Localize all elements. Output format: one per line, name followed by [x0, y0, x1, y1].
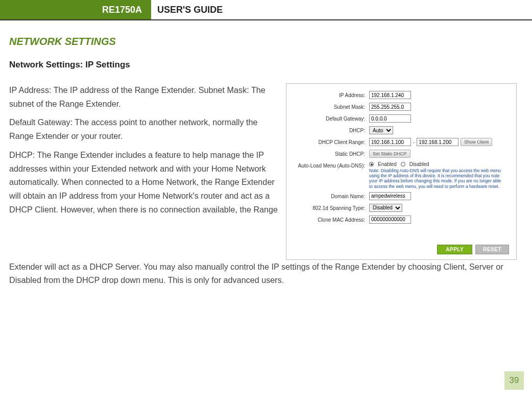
- ip-address-input[interactable]: [369, 91, 411, 99]
- spanning-type-select[interactable]: Disabled: [369, 204, 402, 212]
- paragraph-dhcp-a: DHCP: The Range Extender includes a feat…: [9, 148, 279, 217]
- paragraph-dhcp-b: Extender will act as a DHCP Server. You …: [9, 260, 517, 287]
- reset-button[interactable]: RESET: [475, 245, 509, 254]
- subsection-title: Network Settings: IP Settings: [9, 60, 517, 70]
- spanning-type-label: 802.1d Spanning Type:: [294, 204, 369, 212]
- apply-button[interactable]: APPLY: [437, 245, 472, 254]
- set-static-dhcp-button[interactable]: Set Static DHCP: [369, 150, 410, 158]
- domain-name-label: Domain Name:: [294, 192, 369, 201]
- dhcp-range-label: DHCP Client Range:: [294, 138, 369, 147]
- settings-screenshot: IP Address: Subnet Mask: Default Gateway…: [286, 83, 517, 260]
- clone-mac-input[interactable]: [369, 216, 411, 224]
- section-title: NETWORK SETTINGS: [9, 36, 517, 47]
- autodns-enabled-label: Enabled: [378, 161, 397, 167]
- dhcp-range-separator: -: [413, 139, 415, 145]
- page-number: 39: [504, 371, 524, 390]
- domain-name-input[interactable]: [369, 192, 411, 200]
- dhcp-label: DHCP:: [294, 126, 369, 135]
- paragraph-gateway: Default Gateway: The access point to ano…: [9, 115, 279, 142]
- static-dhcp-label: Static DHCP:: [294, 150, 369, 158]
- autodns-disabled-label: Disabled: [409, 161, 429, 167]
- autodns-disabled-radio[interactable]: [401, 162, 405, 167]
- subnet-mask-input[interactable]: [369, 103, 411, 111]
- dhcp-range-end-input[interactable]: [417, 138, 458, 146]
- ip-address-label: IP Address:: [294, 91, 369, 100]
- dhcp-range-start-input[interactable]: [369, 138, 411, 146]
- autodns-note: Note: Disabling Auto-DNS will require th…: [369, 168, 502, 189]
- clone-mac-label: Clone MAC Address:: [294, 216, 369, 224]
- show-client-button[interactable]: Show Client: [461, 138, 492, 146]
- header-guide: USER'S GUIDE: [151, 0, 229, 19]
- autodns-enabled-radio[interactable]: [369, 162, 374, 167]
- subnet-mask-label: Subnet Mask:: [294, 103, 369, 111]
- body-text-column: IP Address: The IP address of the Range …: [9, 83, 279, 260]
- header-bar: RE1750A USER'S GUIDE: [0, 0, 532, 20]
- default-gateway-input[interactable]: [369, 114, 411, 123]
- default-gateway-label: Default Gateway:: [294, 114, 369, 123]
- page-content: NETWORK SETTINGS Network Settings: IP Se…: [0, 20, 532, 287]
- paragraph-ip-subnet: IP Address: The IP address of the Range …: [9, 83, 279, 110]
- autodns-label: Auto-Load Menu (Auto-DNS):: [294, 161, 369, 170]
- dhcp-select[interactable]: Auto: [369, 126, 393, 134]
- header-model: RE1750A: [0, 0, 151, 19]
